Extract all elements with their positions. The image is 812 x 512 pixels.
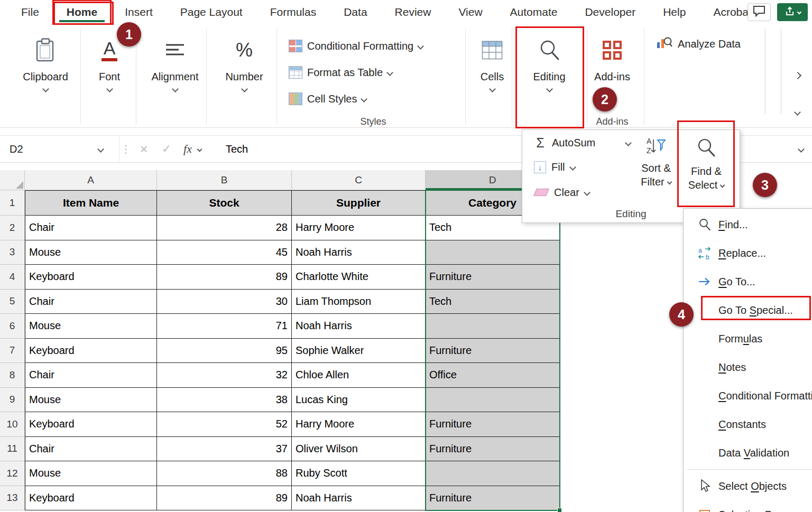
cell-A6[interactable]: Mouse	[25, 314, 157, 339]
cell-C9[interactable]: Lucas King	[292, 388, 426, 413]
row-header-1[interactable]: 1	[0, 190, 25, 216]
cell-C5[interactable]: Liam Thompson	[292, 290, 426, 314]
cell-A2[interactable]: Chair	[25, 216, 157, 240]
editing-group-button[interactable]: Editing	[525, 34, 574, 123]
addins-button[interactable]: Add-ins	[588, 34, 636, 123]
menu-item-select-objects[interactable]: Select Objects	[684, 472, 812, 500]
cell-C10[interactable]: Harry Moore	[292, 412, 426, 437]
cell-B9[interactable]: 38	[157, 388, 292, 413]
font-group-button[interactable]: A Font	[85, 34, 134, 123]
cell-A1[interactable]: Item Name	[25, 190, 157, 216]
menu-item-data-validation[interactable]: Data Validation	[684, 439, 812, 467]
analyze-data-button[interactable]: Analyze Data	[651, 32, 745, 55]
comments-button[interactable]	[748, 3, 771, 21]
fill-handle[interactable]	[557, 508, 562, 512]
row-header-11[interactable]: 11	[0, 437, 25, 462]
cell-D3[interactable]	[426, 240, 560, 265]
formula-bar-expand-icon[interactable]	[798, 146, 805, 153]
cell-A8[interactable]: Chair	[25, 363, 157, 388]
cell-C11[interactable]: Oliver Wilson	[292, 437, 426, 462]
cell-D5[interactable]: Tech	[426, 290, 560, 314]
cell-C13[interactable]: Noah Harris	[292, 486, 426, 511]
cell-B7[interactable]: 95	[157, 339, 292, 364]
cell-B8[interactable]: 32	[157, 363, 292, 388]
cell-A10[interactable]: Keyboard	[25, 412, 157, 437]
enter-icon[interactable]: ✓	[155, 142, 178, 156]
column-header-a[interactable]: A	[25, 170, 157, 190]
row-header-7[interactable]: 7	[0, 339, 25, 364]
menu-item-formulas[interactable]: Formulas	[684, 324, 812, 353]
ribbon-button-cell-styles[interactable]: Cell Styles	[281, 86, 465, 112]
menu-tab-formulas[interactable]: Formulas	[256, 0, 330, 24]
menu-tab-developer[interactable]: Developer	[571, 0, 649, 24]
alignment-group-button[interactable]: Alignment	[151, 34, 199, 123]
menu-item-find[interactable]: Find...	[684, 210, 812, 239]
cell-B13[interactable]: 89	[157, 486, 292, 511]
cell-B11[interactable]: 37	[157, 437, 292, 462]
menu-tab-page-layout[interactable]: Page Layout	[167, 0, 256, 24]
cell-B1[interactable]: Stock	[157, 190, 292, 216]
menu-item-constants[interactable]: Constants	[684, 410, 812, 439]
menu-tab-automate[interactable]: Automate	[496, 0, 571, 24]
cell-D6[interactable]	[426, 314, 560, 339]
menu-item-go-to-special[interactable]: Go To Special...	[684, 296, 812, 324]
cancel-icon[interactable]: ×	[132, 141, 155, 157]
cells-group-button[interactable]: Cells	[468, 34, 516, 123]
number-group-button[interactable]: % Number	[220, 34, 269, 123]
row-header-2[interactable]: 2	[0, 216, 25, 240]
cell-D4[interactable]: Furniture	[426, 265, 560, 290]
cell-D12[interactable]	[426, 461, 560, 486]
cell-A7[interactable]: Keyboard	[25, 339, 157, 364]
row-header-6[interactable]: 6	[0, 314, 25, 339]
clipboard-group-button[interactable]: Clipboard	[21, 34, 70, 123]
menu-tab-insert[interactable]: Insert	[111, 0, 167, 24]
menu-tab-view[interactable]: View	[445, 0, 496, 24]
sort-filter-button[interactable]: AZ Sort & Filter	[633, 133, 679, 207]
ribbon-collapse-icon[interactable]	[794, 109, 801, 116]
row-header-4[interactable]: 4	[0, 265, 25, 290]
ribbon-button-format-as-table[interactable]: Format as Table	[281, 59, 465, 86]
menu-tab-file[interactable]: File	[7, 0, 53, 24]
formula-input[interactable]: Tech	[201, 143, 248, 155]
row-header-3[interactable]: 3	[0, 240, 25, 265]
cell-D11[interactable]: Furniture	[426, 437, 560, 462]
row-header-13[interactable]: 13	[0, 486, 25, 511]
cell-C1[interactable]: Supplier	[292, 190, 426, 216]
cell-D8[interactable]: Office	[426, 363, 560, 388]
fill-button[interactable]: ↓ Fill	[528, 156, 575, 178]
cell-B6[interactable]: 71	[157, 314, 292, 339]
cell-B12[interactable]: 88	[157, 461, 292, 486]
autosum-button[interactable]: Σ AutoSum	[528, 132, 631, 153]
share-button[interactable]	[777, 3, 808, 21]
select-all-corner[interactable]	[0, 170, 25, 190]
cell-B3[interactable]: 45	[157, 240, 292, 265]
row-header-8[interactable]: 8	[0, 363, 25, 388]
formula-bar-handle[interactable]: ⋮	[119, 143, 132, 155]
cell-A12[interactable]: Mouse	[25, 461, 157, 486]
cell-A11[interactable]: Chair	[25, 437, 157, 462]
menu-tab-help[interactable]: Help	[649, 0, 699, 24]
menu-item-selection-pane[interactable]: Selection Pane...	[684, 500, 812, 512]
cell-C4[interactable]: Charlotte White	[292, 265, 426, 290]
menu-tab-data[interactable]: Data	[330, 0, 381, 24]
cell-C8[interactable]: Chloe Allen	[292, 363, 426, 388]
row-header-12[interactable]: 12	[0, 461, 25, 486]
column-header-b[interactable]: B	[157, 170, 292, 190]
cell-D7[interactable]: Furniture	[426, 339, 560, 364]
cell-C12[interactable]: Ruby Scott	[292, 461, 426, 486]
chevron-right-icon[interactable]	[794, 72, 801, 79]
cell-B4[interactable]: 89	[157, 265, 292, 290]
ribbon-button-conditional-formatting[interactable]: Conditional Formatting	[281, 33, 465, 59]
cell-C7[interactable]: Sophie Walker	[292, 339, 426, 364]
insert-function-icon[interactable]: fx	[178, 142, 198, 156]
column-header-c[interactable]: C	[292, 170, 426, 190]
cell-B10[interactable]: 52	[157, 412, 292, 437]
cell-D13[interactable]: Furniture	[426, 486, 560, 511]
clear-button[interactable]: Clear	[528, 182, 589, 203]
row-header-9[interactable]: 9	[0, 388, 25, 413]
cell-A13[interactable]: Keyboard	[25, 486, 157, 511]
cell-A9[interactable]: Mouse	[25, 388, 157, 413]
cell-D9[interactable]	[426, 388, 560, 413]
menu-tab-home[interactable]: Home	[53, 0, 111, 24]
find-select-button[interactable]: Find & Select	[684, 133, 729, 207]
